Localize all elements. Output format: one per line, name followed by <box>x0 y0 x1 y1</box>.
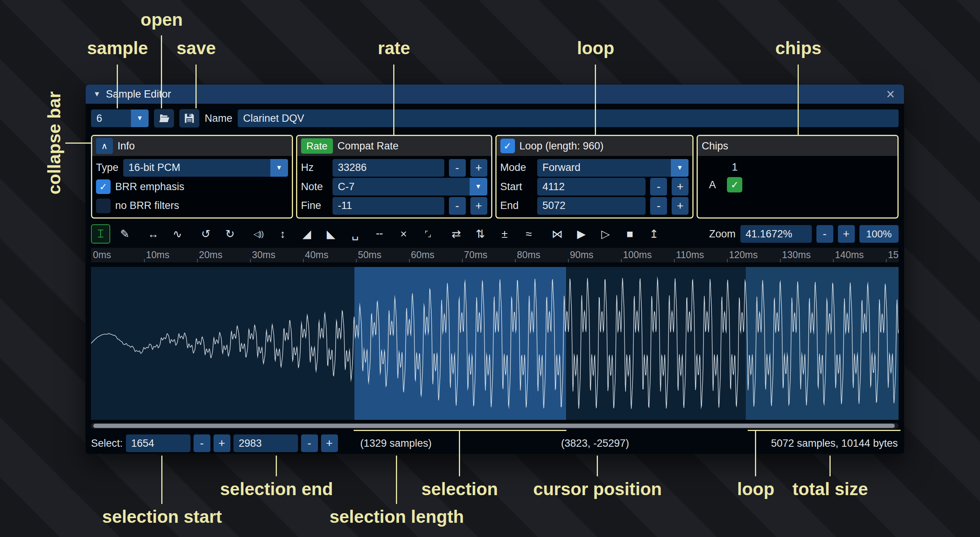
zoom-out-button[interactable]: - <box>816 225 833 243</box>
waveform-canvas[interactable] <box>91 267 899 420</box>
filter-button[interactable]: ≈ <box>519 224 538 244</box>
annotation-loop-bracket <box>748 430 901 431</box>
loop-end-increase-button[interactable]: + <box>672 197 689 215</box>
chips-panel-title: Chips <box>702 140 728 152</box>
ruler-tick-mark <box>727 259 728 262</box>
loop-mode-dropdown[interactable]: Forward ▼ <box>537 159 689 177</box>
invert-button[interactable]: ⇅ <box>471 224 490 244</box>
info-panel-header: ∧ Info <box>92 136 292 156</box>
redo-button[interactable]: ↻ <box>220 224 240 244</box>
ruler-tick-mark <box>568 259 569 262</box>
zoom-input[interactable] <box>740 225 812 243</box>
fine-decrease-button[interactable]: - <box>449 197 466 215</box>
annotation-loop-bottom: loop <box>737 479 774 499</box>
selection-controls: Select: - + - + <box>91 434 338 452</box>
selection-end-increase-button[interactable]: + <box>321 434 338 452</box>
apply-silence-button[interactable]: ╌ <box>370 224 389 244</box>
info-panel: ∧ Info Type 16-bit PCM ▼ ✓ BRR emphasis <box>91 135 293 219</box>
selection-length-text: (1329 samples) <box>360 438 432 449</box>
insert-silence-button[interactable]: ␣ <box>346 224 365 244</box>
stop-preview-button[interactable]: ■ <box>620 224 639 244</box>
normalize-button[interactable]: ↕ <box>273 224 292 244</box>
reverse-button[interactable]: ⇄ <box>447 224 466 244</box>
brr-emphasis-checkbox[interactable]: ✓ <box>96 179 111 194</box>
no-brr-filters-checkbox[interactable]: ✓ <box>96 199 111 213</box>
annotation-selection-start-line <box>161 456 162 504</box>
selection-end-decrease-button[interactable]: - <box>301 434 318 452</box>
sample-editor-window: ▼ Sample Editor × 6 ▼ Name <box>85 84 904 454</box>
annotation-selection: selection <box>421 479 498 499</box>
name-label: Name <box>205 113 232 124</box>
undo-button[interactable]: ↺ <box>196 224 215 244</box>
hz-decrease-button[interactable]: - <box>449 159 466 177</box>
ruler-tick-mark <box>197 259 198 262</box>
ruler-tick-mark <box>886 259 887 262</box>
fine-increase-button[interactable]: + <box>470 197 487 215</box>
loop-start-increase-button[interactable]: + <box>672 178 689 196</box>
loop-start-decrease-button[interactable]: - <box>650 178 667 196</box>
note-dropdown[interactable]: C-7 ▼ <box>333 178 487 196</box>
resample-button[interactable]: ∿ <box>168 224 187 244</box>
ruler-tick-label: 140ms <box>835 249 864 260</box>
waveform-display[interactable] <box>91 267 899 420</box>
annotation-collapse-bar-line <box>65 143 92 144</box>
zoom-in-button[interactable]: + <box>838 225 855 243</box>
chip-enable-checkbox[interactable]: ✓ <box>727 177 742 192</box>
selection-start-decrease-button[interactable]: - <box>194 434 210 452</box>
fade-in-button[interactable]: ◢ <box>297 224 316 244</box>
annotation-cursor-position-line <box>597 456 598 476</box>
fade-out-button[interactable]: ◣ <box>321 224 341 244</box>
sample-type-dropdown[interactable]: 16-bit PCM ▼ <box>123 159 288 177</box>
sample-type-value: 16-bit PCM <box>123 162 270 174</box>
ruler-tick-label: 90ms <box>570 249 593 260</box>
panels-row: ∧ Info Type 16-bit PCM ▼ ✓ BRR emphasis <box>86 135 904 219</box>
fine-input[interactable] <box>333 197 444 215</box>
loop-mode-label: Mode <box>500 162 533 174</box>
amplify-button[interactable]: ◁)) <box>249 224 268 244</box>
ruler-tick-mark <box>674 259 675 262</box>
annotation-cursor-position: cursor position <box>533 479 662 499</box>
zoom-reset-button[interactable]: 100% <box>859 225 899 243</box>
delete-button[interactable]: × <box>394 224 413 244</box>
dropdown-arrow-icon: ▼ <box>470 178 487 196</box>
loop-end-decrease-button[interactable]: - <box>650 197 667 215</box>
loop-enable-checkbox[interactable]: ✓ <box>500 139 515 153</box>
loop-start-input[interactable] <box>537 178 646 196</box>
ruler-tick-label: 130ms <box>782 249 811 260</box>
draw-tool-button[interactable]: ✎ <box>115 224 134 244</box>
sample-number-dropdown[interactable]: 6 ▼ <box>91 109 149 127</box>
loop-start-label: Start <box>500 181 533 193</box>
sample-name-input[interactable] <box>238 109 899 127</box>
selection-start-input[interactable] <box>126 434 190 452</box>
sign-invert-button[interactable]: ± <box>495 224 514 244</box>
crossfade-loop-button[interactable]: ⋈ <box>548 224 567 244</box>
rate-panel-title: Compat Rate <box>338 140 399 152</box>
loop-end-input[interactable] <box>537 197 646 215</box>
select-tool-button[interactable]: ⌶ <box>91 224 110 244</box>
ruler-tick-label: 20ms <box>199 249 222 260</box>
close-icon[interactable]: × <box>885 87 896 101</box>
rate-badge[interactable]: Rate <box>301 138 333 154</box>
annotation-open-line <box>161 35 162 108</box>
selection-start-increase-button[interactable]: + <box>214 434 230 452</box>
sample-row: 6 ▼ Name <box>86 107 904 130</box>
hz-increase-button[interactable]: + <box>470 159 487 177</box>
collapse-info-button[interactable]: ∧ <box>96 138 113 154</box>
preview-button[interactable]: ▶ <box>572 224 591 244</box>
preview-loop-button[interactable]: ▷ <box>596 224 615 244</box>
chips-grid: 1 A ✓ <box>698 156 897 217</box>
ruler-tick-mark <box>356 259 357 262</box>
open-sample-button[interactable] <box>154 109 174 128</box>
scrollbar-thumb[interactable] <box>93 424 895 428</box>
note-value: C-7 <box>333 181 470 193</box>
hz-input[interactable] <box>333 159 444 177</box>
ruler-tick-label: 100ms <box>623 249 652 260</box>
save-sample-button[interactable] <box>179 109 199 128</box>
create-instrument-button[interactable]: ↥ <box>644 224 664 244</box>
selection-end-input[interactable] <box>233 434 298 452</box>
resize-button[interactable]: ↔ <box>144 224 163 244</box>
ruler-tick-label: 150ms <box>888 249 899 260</box>
window-collapse-icon[interactable]: ▼ <box>93 90 101 98</box>
ruler-tick-label: 30ms <box>252 249 275 260</box>
trim-button[interactable]: ⌜⌟ <box>418 224 437 244</box>
